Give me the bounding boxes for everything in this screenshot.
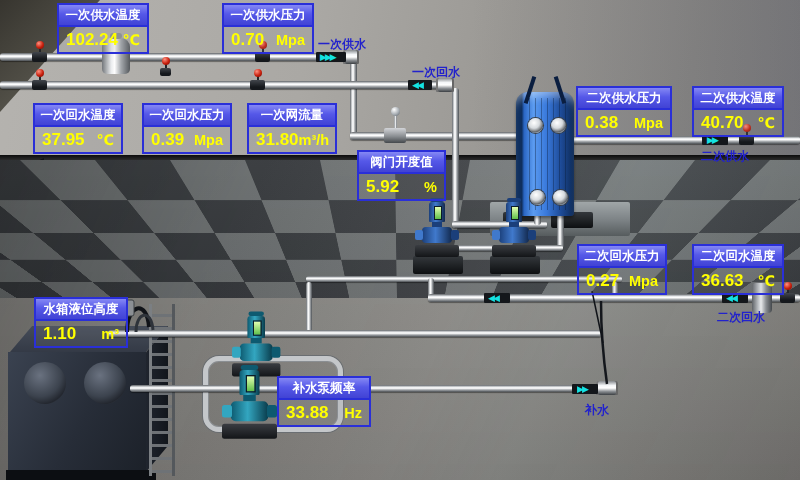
gauge-label: 二次回水压力 xyxy=(579,246,665,268)
hx-port xyxy=(553,190,568,205)
gauge-label: 补水泵频率 xyxy=(279,378,369,400)
gauge-label: 一次网流量 xyxy=(249,105,335,127)
gauge-primary-flow: 一次网流量 31.80m³/h xyxy=(247,103,337,154)
pump-pad xyxy=(413,256,463,274)
pump-base xyxy=(492,245,536,257)
gauge-value: 31.80 xyxy=(256,130,299,150)
gauge-unit: Mpa xyxy=(634,115,663,131)
gauge-value: 0.39 xyxy=(151,130,184,150)
pipe-primary-supply-drop xyxy=(350,58,357,138)
pump-base xyxy=(222,424,277,439)
drain-valve xyxy=(160,68,171,76)
pump-indicator xyxy=(511,206,519,220)
gauge-valve-opening[interactable]: 阀门开度值 5.92% xyxy=(357,150,446,201)
pipe-secondary-supply xyxy=(562,136,800,144)
gauge-label: 一次回水温度 xyxy=(35,105,121,127)
gauge-unit: ℃ xyxy=(96,132,114,148)
control-valve[interactable] xyxy=(384,128,406,143)
gate-valve xyxy=(32,80,47,90)
gauge-label: 一次供水压力 xyxy=(224,5,312,27)
gauge-label: 一次供水温度 xyxy=(59,5,147,27)
gauge-value: 0.38 xyxy=(585,113,618,133)
pipe-suction-header xyxy=(306,276,622,282)
gate-valve xyxy=(250,80,265,90)
gauge-secondary-return-temperature: 二次回水温度 36.63℃ xyxy=(692,244,784,295)
pump-indicator xyxy=(434,206,442,220)
pipe-label-primary-supply: 一次供水 xyxy=(318,36,366,53)
pump-motor xyxy=(506,202,522,222)
gauge-primary-return-pressure: 一次回水压力 0.39Mpa xyxy=(142,103,232,154)
gauge-primary-return-temperature: 一次回水温度 37.95℃ xyxy=(33,103,123,154)
gauge-label: 一次回水压力 xyxy=(144,105,230,127)
gauge-unit: ℃ xyxy=(122,32,140,48)
pump-volute xyxy=(231,401,269,421)
gauge-value: 36.63 xyxy=(701,271,744,291)
gauge-unit: Mpa xyxy=(276,32,305,48)
hx-port xyxy=(551,118,566,133)
flow-arrow-left-icon: ◀◀ xyxy=(412,80,422,90)
pump-motor xyxy=(247,316,265,338)
pump-volute xyxy=(240,344,273,362)
gate-valve xyxy=(32,52,47,62)
flow-arrow-right-icon: ▶▶ xyxy=(577,384,587,394)
pump-pad xyxy=(490,256,540,274)
gauge-tank-level: 水箱液位高度 1.10m³ xyxy=(34,297,128,348)
pipe-tank-riser xyxy=(306,282,312,336)
pipe-primary-supply xyxy=(0,53,352,61)
gauge-value: 102.24 xyxy=(66,30,118,50)
pump-motor xyxy=(429,202,445,222)
gauge-primary-supply-pressure: 一次供水压力 0.70Mpa xyxy=(222,3,314,54)
gauge-unit: ℃ xyxy=(757,115,775,131)
circulation-pump xyxy=(492,202,536,257)
pipe-label-secondary-supply: 二次供水 xyxy=(701,148,749,165)
gauge-secondary-supply-pressure: 二次供水压力 0.38Mpa xyxy=(576,86,672,137)
gauge-label: 二次回水温度 xyxy=(694,246,782,268)
gauge-label: 阀门开度值 xyxy=(359,152,444,174)
water-tank-base xyxy=(6,470,156,480)
gauge-value: 33.88 xyxy=(286,403,329,423)
plate-heat-exchanger xyxy=(514,84,576,216)
pipe-label-secondary-return: 二次回水 xyxy=(717,309,765,326)
pipe-label-primary-return: 一次回水 xyxy=(412,64,460,81)
tank-manhole xyxy=(24,362,66,404)
gauge-value: 5.92 xyxy=(366,177,399,197)
flow-arrow-left-icon: ◀◀ xyxy=(488,293,498,303)
gauge-value: 0.27 xyxy=(586,271,619,291)
gauge-value: 0.70 xyxy=(231,30,264,50)
pipe-label-makeup-water: 补水 xyxy=(585,402,609,419)
gauge-unit: m³ xyxy=(101,326,119,342)
gauge-label: 二次供水压力 xyxy=(578,88,670,110)
gauge-value: 40.70 xyxy=(701,113,744,133)
hx-port xyxy=(528,118,543,133)
tank-manhole xyxy=(84,362,126,404)
pump-motor xyxy=(240,370,260,395)
makeup-pump xyxy=(222,370,277,439)
pump-indicator xyxy=(246,375,256,393)
gauge-unit: m³/h xyxy=(299,132,330,148)
pipe-end-cap xyxy=(596,381,618,395)
gauge-unit: Mpa xyxy=(629,273,658,289)
gauge-label: 水箱液位高度 xyxy=(36,299,126,321)
gauge-unit: Mpa xyxy=(194,132,223,148)
gauge-unit: ℃ xyxy=(757,273,775,289)
pump-base xyxy=(415,245,459,257)
gauge-makeup-pump-frequency[interactable]: 补水泵频率 33.88Hz xyxy=(277,376,371,427)
pipe-tank-outlet xyxy=(108,330,602,337)
pump-volute xyxy=(422,227,452,243)
gauge-secondary-return-pressure: 二次回水压力 0.27Mpa xyxy=(577,244,667,295)
pump-volute xyxy=(499,227,529,243)
gauge-label: 二次供水温度 xyxy=(694,88,782,110)
pipe-primary-return xyxy=(0,81,444,89)
gauge-primary-supply-temperature: 一次供水温度 102.24℃ xyxy=(57,3,149,54)
gauge-value: 37.95 xyxy=(42,130,85,150)
gauge-value: 1.10 xyxy=(43,324,76,344)
circulation-pump xyxy=(415,202,459,257)
gauge-unit: % xyxy=(424,179,437,195)
gauge-unit: Hz xyxy=(344,405,362,421)
hmi-heat-exchange-station: ▶▶▶ ◀◀ ▶▶ ◀◀ ◀◀ ▶▶ xyxy=(0,0,800,480)
pump-indicator xyxy=(253,320,262,335)
flow-arrow-right-icon: ▶▶▶ xyxy=(320,52,335,62)
gauge-secondary-supply-temperature: 二次供水温度 40.70℃ xyxy=(692,86,784,137)
